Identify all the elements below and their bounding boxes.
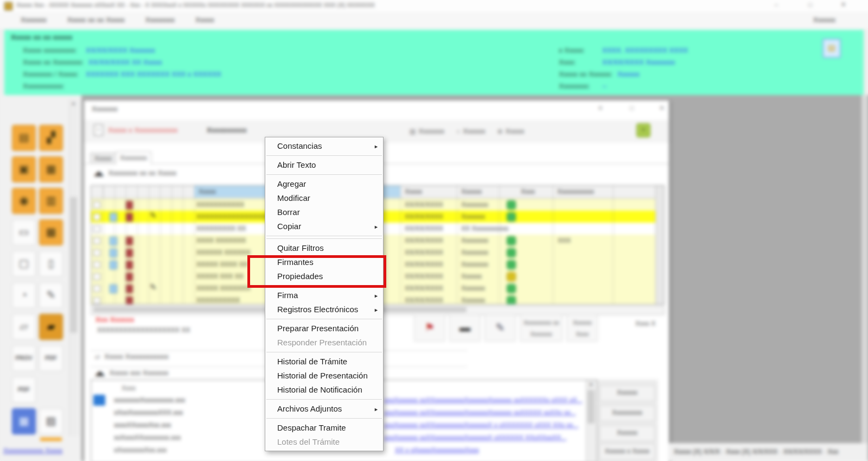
field-value[interactable]: XX/XX/XXXX XX Xxxxx [88, 56, 162, 68]
footer-button[interactable]: ▬ [449, 314, 481, 342]
sidebar-button[interactable]: ▞ [39, 125, 63, 151]
menu-item-despachar-tramite[interactable]: Despachar Tramite [265, 421, 383, 435]
row-checkbox[interactable] [93, 237, 100, 244]
column-header[interactable]: Xxxx [499, 186, 553, 198]
sidebar-button[interactable]: ▩ [39, 219, 63, 245]
maximize-button[interactable]: □ [808, 1, 812, 8]
toolbar-expand-button[interactable]: Xxxxxxxxxx [207, 126, 247, 134]
sidebar-button[interactable]: ▤ [12, 125, 36, 151]
menu-item-quitar-filtros[interactable]: Quitar Filtros [265, 241, 383, 255]
column-header[interactable]: Xxxxx [400, 186, 457, 198]
footer-button[interactable]: ⚑ [414, 314, 445, 342]
file-name[interactable]: xxXxxxXXxxxxxxxx.xxx [114, 434, 181, 441]
sidebar-button[interactable]: ▢ [12, 251, 36, 277]
toolbar-item[interactable]: ○Xxxxxx [456, 127, 485, 135]
table-vertical-scrollbar[interactable] [655, 186, 665, 304]
minimize-button[interactable]: – [775, 1, 778, 8]
toolbar-item[interactable]: ⊕Xxxxx [497, 127, 524, 135]
column-header[interactable] [114, 186, 126, 198]
field-value[interactable]: XXXXXXX XXX XXXXXXX XXX x XXXXXX [86, 68, 221, 80]
file-name[interactable]: xXxxxxxxxXxx.xxx [114, 446, 167, 454]
sidebar-button[interactable]: ▱ [12, 314, 36, 340]
menu-item-agregar[interactable]: Agregar [265, 177, 383, 191]
menu-item-responder-presentacion[interactable]: Responder Presentación [265, 336, 383, 350]
sidebar-button[interactable]: PDF [39, 345, 63, 371]
menu-item-copiar[interactable]: Copiar► [265, 219, 383, 233]
menu-item-registros-electronicos[interactable]: Registros Electrónicos► [265, 302, 383, 317]
sidebar-button[interactable]: ▨ [39, 408, 63, 434]
row-checkbox[interactable] [93, 297, 100, 304]
field-value[interactable]: XXXX. XXXXXXXXX XXXX [602, 45, 688, 56]
row-checkbox[interactable] [93, 261, 100, 268]
sidebar-button[interactable]: ◔ [12, 282, 36, 308]
row-checkbox[interactable] [93, 273, 100, 280]
close-button[interactable]: ✕ [841, 1, 846, 8]
add-quick-button[interactable]: + [636, 123, 650, 137]
field-value[interactable]: XX/XX/XXXX Xxxxxxxx [602, 56, 675, 68]
column-header[interactable] [160, 186, 172, 198]
file-link[interactable]: xxxXxxxxxx xxXXxxxxxxxxxXxxxxxxXxxxxxx x… [384, 409, 576, 416]
row-checkbox[interactable] [93, 285, 100, 292]
attachments-scrollbar-thumb[interactable] [588, 390, 595, 424]
sidebar-button[interactable]: ✎ [39, 282, 63, 308]
menu-item-lotes-del-tramite[interactable]: Lotes del Trámite [265, 435, 383, 449]
file-name[interactable]: xXxxXxxxxxxxxXXX.xxx [114, 409, 183, 416]
column-header[interactable] [137, 186, 149, 198]
menubar-item[interactable]: Xxxxx xx xx Xxxxx [67, 16, 125, 24]
menu-item-archivos-adjuntos[interactable]: Archivos Adjuntos► [265, 402, 383, 416]
sidebar-button[interactable]: ▯ [39, 251, 63, 277]
case-panel-action-button[interactable]: ▤ [822, 39, 841, 58]
menu-item-historial-de-presentacion[interactable]: Historial de Presentación [265, 369, 383, 383]
column-header[interactable] [183, 186, 195, 198]
sidebar-button[interactable]: PDF [12, 377, 36, 403]
menu-item-firma[interactable]: Firma► [265, 288, 383, 302]
filter-checkbox[interactable]: ≡ [94, 124, 103, 136]
footer-button[interactable]: Xxxxxxxxx xxXxxxxxx [520, 314, 563, 342]
menubar-close-item[interactable]: Xxxxxx [813, 16, 835, 24]
footer-button[interactable]: XxxxxxXxxx [566, 314, 598, 342]
column-header[interactable] [149, 186, 161, 198]
sidebar-button[interactable]: ▦ [12, 408, 36, 434]
sidebar-button[interactable]: ▦ [39, 156, 63, 182]
field-value[interactable]: -- [602, 80, 607, 92]
row-checkbox[interactable] [93, 249, 100, 256]
sidebar-button[interactable]: ◉ [12, 188, 36, 214]
panel-button[interactable]: Xxxxxx x Xxxxx [599, 444, 655, 460]
tab-tramites[interactable]: Xxxxxxxx [116, 151, 151, 164]
file-link[interactable]: XX x xXxxxxXxxxxxxxxxXxxx [395, 446, 479, 454]
attachments-scrollbar[interactable]: ▲ [586, 380, 596, 461]
file-link[interactable]: xxxXxxxxxx xxXXxxxxxxxxxXxxxxxxXxxxxxx x… [384, 396, 582, 404]
column-header[interactable] [103, 186, 115, 198]
row-checkbox[interactable] [93, 213, 100, 220]
file-link[interactable]: xxxXxxxxxx xxXXxxxxxxxxxXxxxxxxX x xXXXX… [384, 421, 578, 429]
footer-button[interactable]: ✎ [484, 314, 516, 342]
panel-button[interactable]: Xxxxxx [599, 385, 655, 401]
column-header[interactable] [91, 186, 103, 198]
restore-icon[interactable]: □ [630, 104, 634, 112]
column-header[interactable] [613, 186, 656, 198]
toolbar-item[interactable]: ▤Xxxxxxx [410, 127, 444, 135]
field-value[interactable]: XX/XX/XXXX Xxxxxxx [86, 45, 155, 56]
panel-button[interactable]: Xxxxxx [599, 425, 655, 441]
sidebar-link[interactable]: Xxxxxxxxxxxx Xxxxx [3, 447, 62, 454]
panel-button[interactable]: Xxxxxxxxx [599, 405, 655, 421]
column-header[interactable] [171, 186, 183, 198]
menubar-item[interactable]: Xxxxx [195, 16, 214, 24]
column-header[interactable]: Xxxxxxxxxxx [553, 186, 614, 198]
file-name[interactable]: xxxxxxxxXxxxxxxxxx.xxx [114, 396, 185, 404]
sidebar-button[interactable]: ▰ [39, 314, 63, 340]
menu-item-constancias[interactable]: Constancias► [265, 139, 383, 153]
scroll-up-icon[interactable]: ▲ [589, 381, 593, 387]
column-header[interactable] [126, 186, 138, 198]
menubar-item[interactable]: Xxxxxxxx [145, 16, 175, 24]
tab-filtros[interactable]: Xxxxx [90, 153, 116, 164]
menu-item-historial-de-tramite[interactable]: Historial de Trámite [265, 355, 383, 369]
close-icon[interactable]: ✕ [659, 104, 665, 112]
sidebar-button[interactable]: ▣ [12, 156, 36, 182]
sidebar-button[interactable]: ▥ [39, 188, 63, 214]
sidebar-button[interactable]: ▭ [12, 219, 36, 245]
column-header[interactable]: Xxxxxx [457, 186, 500, 198]
row-checkbox[interactable] [93, 225, 100, 232]
sidebar-scrollbar-thumb[interactable] [70, 197, 77, 333]
menu-item-historial-de-notificacion[interactable]: Historial de Notificación [265, 383, 383, 397]
